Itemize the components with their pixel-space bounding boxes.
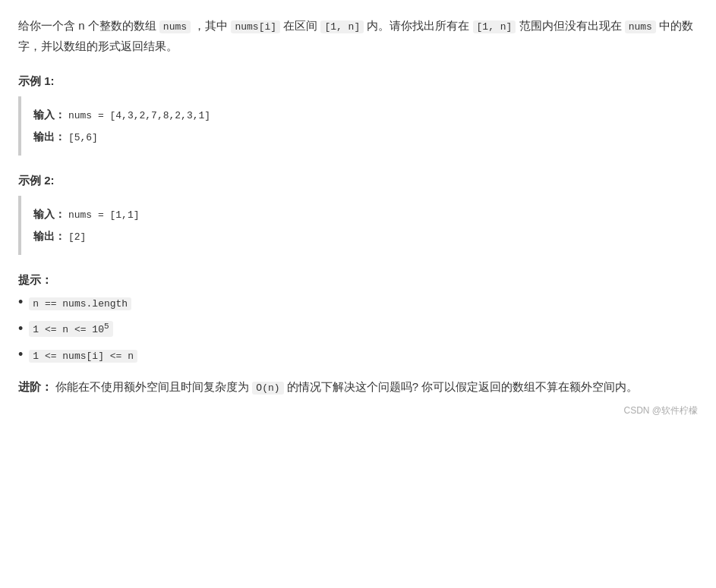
example1-input-label: 输入： [33,108,65,121]
example2-output-line: 输出： [2] [33,225,686,247]
hint-code-0: n == nums.length [29,297,131,310]
hint-code-2: 1 <= nums[i] <= n [29,350,137,363]
hint-item-2: • 1 <= nums[i] <= n [18,347,698,363]
hint-item-1: • 1 <= n <= 105 [18,321,698,336]
hint-item-0: • n == nums.length [18,295,698,310]
example2-input-value: nums = [1,1] [68,209,140,221]
desc-part2: ，其中 [194,19,228,32]
watermark: CSDN @软件柠檬 [18,404,698,417]
nums-code-1: nums [159,20,191,33]
example1-output-line: 输出： [5,6] [33,126,686,148]
on-code: O(n) [252,382,283,395]
example1-output-label: 输出： [33,130,65,143]
example2-input-label: 输入： [33,208,65,220]
example2-input-line: 输入： nums = [1,1] [33,203,686,225]
desc-part4: 内。请你找出所有在 [367,19,469,32]
hints-section: 提示： • n == nums.length • 1 <= n <= 105 •… [18,273,698,362]
example2-output-label: 输出： [33,230,65,242]
advanced-text-part1: 你能在不使用额外空间且时间复杂度为 [55,380,249,393]
nums-i-code: nums[i] [231,20,280,33]
desc-part3: 在区间 [283,19,317,32]
nums-code-2: nums [625,20,656,33]
example1-block: 输入： nums = [4,3,2,7,8,2,3,1] 输出： [5,6] [18,96,698,156]
desc-part1: 给你一个含 n 个整数的数组 [18,19,156,32]
example2-output-value: [2] [68,231,86,243]
example1-output-value: [5,6] [68,132,98,143]
example1-input-line: 输入： nums = [4,3,2,7,8,2,3,1] [33,104,686,126]
range2-code: [1, n] [473,20,516,33]
desc-part5: 范围内但没有出现在 [519,19,622,32]
example1-title: 示例 1: [18,74,698,89]
hints-title: 提示： [18,273,698,288]
advanced-label: 进阶： [18,380,52,393]
range1-code: [1, n] [320,20,364,33]
bullet-icon-1: • [18,322,23,335]
hint-list: • n == nums.length • 1 <= n <= 105 • 1 <… [18,295,698,362]
hint-code-1: 1 <= n <= 105 [29,321,112,336]
advanced-section: 进阶： 你能在不使用额外空间且时间复杂度为 O(n) 的情况下解决这个问题吗? … [18,376,698,397]
problem-description: 给你一个含 n 个整数的数组 nums ，其中 nums[i] 在区间 [1, … [18,15,698,56]
bullet-icon-2: • [18,347,23,361]
bullet-icon-0: • [18,295,23,309]
example1-input-value: nums = [4,3,2,7,8,2,3,1] [68,110,210,121]
example2-title: 示例 2: [18,174,698,188]
advanced-text-part2: 的情况下解决这个问题吗? 你可以假定返回的数组不算在额外空间内。 [287,380,639,393]
example2-block: 输入： nums = [1,1] 输出： [2] [18,196,698,255]
